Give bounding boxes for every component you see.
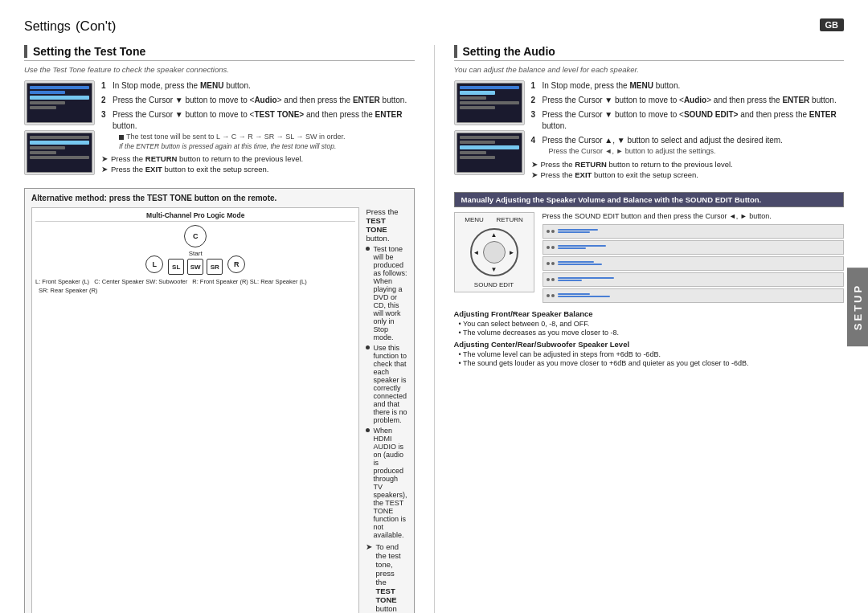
title-main: Settings bbox=[24, 19, 71, 33]
step-2: 2 Press the Cursor ▼ button to move to <… bbox=[101, 95, 415, 106]
pd9 bbox=[547, 294, 550, 297]
pb1 bbox=[558, 229, 598, 231]
manually-box: Manually Adjusting the Speaker Volume an… bbox=[454, 192, 845, 207]
step-3: 3 Press the Cursor ▼ button to move to <… bbox=[101, 109, 415, 151]
rsl10 bbox=[460, 156, 495, 159]
step-num-1: 1 bbox=[101, 80, 113, 92]
adjust-front-rear-note-2: The volume decreases as you move closer … bbox=[454, 329, 845, 337]
panel-dots-5 bbox=[547, 294, 555, 297]
sl4 bbox=[30, 101, 65, 104]
rsl8 bbox=[460, 145, 519, 149]
speaker-SW: SW bbox=[187, 259, 203, 275]
section-bar bbox=[24, 45, 27, 58]
remote-box: MENU RETURN ▲ ▼ ◄ ► SOUND EDIT bbox=[454, 212, 534, 292]
sl7 bbox=[30, 141, 89, 145]
nav-note-2-text: Press the EXIT button to exit the setup … bbox=[111, 165, 268, 174]
bottom-speakers: SL SW SR bbox=[168, 259, 223, 275]
left-column: Setting the Test Tone Use the Test Tone … bbox=[24, 45, 415, 613]
right-steps-text: 1 In Stop mode, press the MENU button. 2… bbox=[531, 80, 845, 181]
step-content-1: In Stop mode, press the MENU button. bbox=[113, 80, 415, 92]
left-section-heading: Setting the Test Tone bbox=[24, 45, 415, 61]
r-step-3: 3 Press the Cursor ▼ button to move to <… bbox=[531, 109, 845, 132]
alt-step-1: Press the TEST TONE button. bbox=[366, 207, 407, 243]
adjust-center-note-2: The sound gets louder as you move closer… bbox=[454, 359, 845, 367]
alt-bullet-3: When HDMI AUDIO is on (audio is produced… bbox=[366, 427, 407, 539]
nav-note-1: ➤ Press the RETURN button to return to t… bbox=[101, 154, 415, 163]
screen-1 bbox=[27, 83, 92, 123]
pb5 bbox=[558, 261, 594, 263]
left-device-images bbox=[24, 80, 95, 175]
legend-SL: SL: Rear Speaker (L) bbox=[250, 278, 307, 285]
speaker-panel-2 bbox=[542, 240, 845, 255]
bar-group-3 bbox=[558, 261, 602, 265]
bar-group-5 bbox=[558, 293, 610, 297]
diagram-legend: L: Front Speaker (L) C: Center Speaker S… bbox=[35, 278, 355, 294]
r-arrow-2: ➤ bbox=[531, 170, 538, 179]
legend-SR: SR: Rear Speaker (R) bbox=[39, 287, 97, 294]
center-group: C Start SL SW SR bbox=[168, 225, 223, 275]
right-device-images bbox=[454, 80, 525, 181]
r-step-2: 2 Press the Cursor ▼ button to move to <… bbox=[531, 95, 845, 106]
step-content-3: Press the Cursor ▼ button to move to <TE… bbox=[113, 109, 415, 151]
legend-R: R: Front Speaker (R) bbox=[192, 278, 248, 285]
pb9 bbox=[558, 293, 590, 295]
sl6 bbox=[30, 136, 89, 139]
pb3 bbox=[558, 245, 606, 247]
panel-dots-1 bbox=[547, 230, 555, 233]
step-1: 1 In Stop mode, press the MENU button. bbox=[101, 80, 415, 92]
speaker-R-circle: R bbox=[227, 255, 245, 273]
alt-bullet-1: Test tone will be produced as follows: W… bbox=[366, 245, 407, 341]
bullet-s3 bbox=[366, 428, 370, 432]
pd6 bbox=[551, 262, 555, 265]
page-header: Settings (Con't) GB bbox=[24, 14, 844, 35]
step3-note2: If the ENTER button is pressed again at … bbox=[113, 142, 415, 152]
device-image-1 bbox=[24, 80, 95, 125]
sl3 bbox=[30, 96, 89, 100]
alt-bullet-3-text: When HDMI AUDIO is on (audio is produced… bbox=[373, 427, 407, 539]
step-num-2: 2 bbox=[101, 95, 113, 106]
pb4 bbox=[558, 247, 586, 249]
r-nav-note-1: ➤ Press the RETURN button to return to t… bbox=[531, 160, 845, 169]
rsl5 bbox=[460, 106, 495, 109]
adjust-front-rear-heading: Adjusting Front/Rear Speaker Balance bbox=[454, 309, 845, 318]
speaker-L: L bbox=[145, 255, 163, 275]
pd2 bbox=[551, 230, 555, 233]
right-section-title: Setting the Audio bbox=[463, 45, 555, 58]
sl8 bbox=[30, 146, 65, 149]
r-nav-note-1-text: Press the RETURN button to return to the… bbox=[541, 160, 733, 169]
right-steps-area: 1 In Stop mode, press the MENU button. 2… bbox=[454, 80, 845, 181]
gb-badge: GB bbox=[820, 18, 845, 31]
sl10 bbox=[30, 156, 89, 159]
manually-title: Manually Adjusting the Speaker Volume an… bbox=[461, 195, 762, 204]
r-step-1: 1 In Stop mode, press the MENU button. bbox=[531, 80, 845, 92]
device-image-2 bbox=[24, 130, 95, 175]
right-device-image-2 bbox=[454, 130, 525, 175]
adjust-notes: Adjusting Front/Rear Speaker Balance You… bbox=[454, 309, 845, 368]
diagram-content: L C Start SL SW SR bbox=[35, 225, 355, 275]
pb7 bbox=[558, 277, 614, 279]
remote-circle-inner bbox=[483, 241, 506, 264]
r-step-content-2: Press the Cursor ▼ button to move to <Au… bbox=[542, 95, 845, 106]
remote-btn-right: ► bbox=[509, 248, 515, 255]
r-nav-note-2-text: Press the EXIT button to exit the setup … bbox=[541, 170, 698, 179]
setup-tab: SETUP bbox=[847, 267, 868, 345]
adjust-center-heading: Adjusting Center/Rear/Subwoofer Speaker … bbox=[454, 340, 845, 349]
speaker-L-circle: L bbox=[145, 255, 163, 273]
speaker-panel-4 bbox=[542, 272, 845, 287]
sl1 bbox=[30, 86, 89, 89]
rsl7 bbox=[460, 141, 495, 144]
r-step-num-1: 1 bbox=[531, 80, 542, 92]
pb8 bbox=[558, 280, 582, 281]
left-steps-area: 1 In Stop mode, press the MENU button. 2… bbox=[24, 80, 415, 175]
page-wrapper: Settings (Con't) GB Setting the Test Ton… bbox=[0, 0, 868, 613]
bullet-s2 bbox=[366, 345, 370, 349]
alt-bullet-2: Use this function to check that each spe… bbox=[366, 344, 407, 424]
alt-method-title: Alternative method: press the TEST TONE … bbox=[31, 194, 407, 202]
remote-btn-up: ▲ bbox=[491, 231, 497, 239]
step3-note1: The test tone will be sent to L → C → R … bbox=[113, 132, 415, 142]
alt-bullet-2-text: Use this function to check that each spe… bbox=[373, 344, 407, 424]
page-title: Settings (Con't) bbox=[24, 14, 116, 35]
r-step-4: 4 Press the Cursor ▲, ▼ button to select… bbox=[531, 135, 845, 157]
r-step-content-3: Press the Cursor ▼ button to move to <SO… bbox=[542, 109, 845, 132]
alt-method-box: Alternative method: press the TEST TONE … bbox=[24, 188, 415, 613]
